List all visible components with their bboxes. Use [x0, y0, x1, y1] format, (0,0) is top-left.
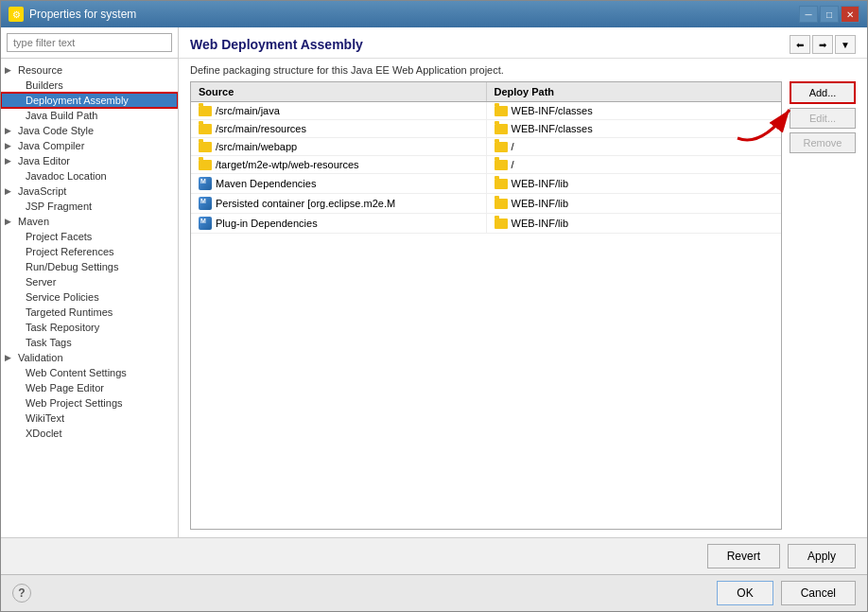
deployment-table: Source Deploy Path /src/main/java: [190, 81, 782, 530]
expand-icon: ▶: [5, 217, 14, 226]
nav-forward-button[interactable]: ➡: [812, 35, 833, 54]
source-cell: /src/main/resources: [191, 120, 487, 137]
minimize-button[interactable]: ─: [799, 6, 818, 23]
source-cell: /src/main/java: [191, 102, 487, 119]
sidebar-item-label: JSP Fragment: [26, 201, 92, 212]
sidebar-item-label: Javadoc Location: [26, 170, 107, 182]
deploy-cell: WEB-INF/lib: [487, 194, 782, 213]
revert-button[interactable]: Revert: [707, 544, 780, 568]
source-cell: Maven Dependencies: [191, 174, 487, 193]
source-value: Plug-in Dependencies: [216, 218, 318, 229]
panel-title: Web Deployment Assembly: [190, 37, 363, 52]
sidebar-item-label: Targeted Runtimes: [26, 306, 113, 318]
sidebar-item-java-code-style[interactable]: ▶ Java Code Style: [1, 123, 178, 138]
sidebar-item-label: Resource: [18, 64, 62, 76]
panel-body: Source Deploy Path /src/main/java: [179, 81, 867, 537]
apply-button[interactable]: Apply: [788, 544, 856, 568]
sidebar-item-service-policies[interactable]: Service Policies: [1, 289, 178, 305]
sidebar-item-label: Task Tags: [26, 337, 72, 348]
sidebar-item-label: Project Facets: [26, 231, 92, 242]
sidebar-item-label: Java Build Path: [26, 110, 97, 121]
panel-nav: ⬅ ➡ ▼: [790, 35, 856, 54]
sidebar-item-java-editor[interactable]: ▶ Java Editor: [1, 153, 178, 168]
nav-back-button[interactable]: ⬅: [790, 35, 810, 54]
title-bar: ⚙ Properties for system ─ □ ✕: [1, 1, 867, 27]
table-row[interactable]: /src/main/resources WEB-INF/classes: [191, 120, 781, 138]
sidebar-item-label: Builders: [26, 79, 63, 91]
table-row[interactable]: Persisted container [org.eclipse.m2e.M W…: [191, 194, 781, 214]
source-value: /src/main/webapp: [216, 141, 297, 152]
sidebar-item-java-compiler[interactable]: ▶ Java Compiler: [1, 138, 178, 153]
folder-icon: [495, 160, 508, 170]
content-area: ▶ Resource Builders Deployment Assembly …: [1, 27, 867, 611]
sidebar-item-validation[interactable]: ▶ Validation: [1, 350, 178, 365]
sidebar-item-jsp-fragment[interactable]: JSP Fragment: [1, 199, 178, 214]
add-button[interactable]: Add...: [790, 81, 856, 104]
sidebar-item-label: Server: [26, 276, 56, 288]
sidebar-item-resource[interactable]: ▶ Resource: [1, 62, 178, 78]
table-row[interactable]: Plug-in Dependencies WEB-INF/lib: [191, 214, 781, 234]
source-cell: Persisted container [org.eclipse.m2e.M: [191, 194, 487, 213]
sidebar-item-javascript[interactable]: ▶ JavaScript: [1, 184, 178, 199]
plugin-icon: [199, 217, 212, 230]
sidebar-item-task-repository[interactable]: Task Repository: [1, 320, 178, 335]
sidebar-item-label: Project References: [26, 246, 114, 257]
table-header: Source Deploy Path: [191, 82, 781, 102]
action-buttons: Add... Edit... Remove: [790, 81, 856, 530]
main-area: ▶ Resource Builders Deployment Assembly …: [1, 27, 867, 537]
sidebar-item-java-build-path[interactable]: Java Build Path: [1, 108, 178, 123]
right-panel: Web Deployment Assembly ⬅ ➡ ▼ Define pac…: [179, 27, 867, 537]
sidebar-item-web-page-editor[interactable]: Web Page Editor: [1, 380, 178, 395]
sidebar-item-server[interactable]: Server: [1, 274, 178, 289]
source-cell: /src/main/webapp: [191, 138, 487, 155]
sidebar-item-wikitext[interactable]: WikiText: [1, 411, 178, 426]
sidebar-item-xdoclet[interactable]: XDoclet: [1, 426, 178, 441]
source-value: Persisted container [org.eclipse.m2e.M: [216, 198, 395, 209]
folder-icon: [199, 142, 212, 152]
expand-icon: ▶: [5, 65, 14, 75]
sidebar-item-label: Web Page Editor: [26, 382, 104, 393]
table-row[interactable]: /target/m2e-wtp/web-resources /: [191, 156, 781, 174]
container-icon: [199, 197, 212, 210]
deploy-cell: WEB-INF/classes: [487, 120, 782, 137]
sidebar-item-label: Java Code Style: [18, 125, 94, 136]
table-row[interactable]: /src/main/webapp /: [191, 138, 781, 156]
cancel-button[interactable]: Cancel: [781, 581, 856, 605]
sidebar-item-targeted-runtimes[interactable]: Targeted Runtimes: [1, 305, 178, 320]
deploy-cell: WEB-INF/classes: [487, 102, 782, 119]
sidebar-item-label: JavaScript: [18, 185, 66, 197]
sidebar-item-label: Task Repository: [26, 322, 99, 333]
footer-bar: ? OK Cancel: [1, 574, 867, 611]
expand-icon: ▶: [5, 186, 14, 196]
sidebar-item-label: Java Compiler: [18, 140, 84, 151]
close-button[interactable]: ✕: [841, 6, 859, 23]
sidebar-item-deployment-assembly[interactable]: Deployment Assembly: [1, 93, 178, 108]
help-button[interactable]: ?: [12, 584, 31, 603]
deploy-value: WEB-INF/classes: [512, 123, 593, 134]
sidebar-item-project-references[interactable]: Project References: [1, 244, 178, 259]
filter-input[interactable]: [7, 33, 172, 52]
maximize-button[interactable]: □: [820, 6, 839, 23]
table-row[interactable]: Maven Dependencies WEB-INF/lib: [191, 174, 781, 194]
deploy-cell: /: [487, 138, 782, 155]
remove-button[interactable]: Remove: [790, 132, 856, 153]
sidebar-item-javadoc-location[interactable]: Javadoc Location: [1, 168, 178, 184]
sidebar-item-builders[interactable]: Builders: [1, 78, 178, 93]
sidebar-item-maven[interactable]: ▶ Maven: [1, 214, 178, 229]
maven-icon: [199, 177, 212, 190]
folder-icon: [199, 124, 212, 134]
nav-menu-button[interactable]: ▼: [835, 35, 856, 54]
sidebar-item-run-debug-settings[interactable]: Run/Debug Settings: [1, 259, 178, 274]
edit-button[interactable]: Edit...: [790, 108, 856, 129]
sidebar-item-web-content-settings[interactable]: Web Content Settings: [1, 365, 178, 380]
sidebar-item-web-project-settings[interactable]: Web Project Settings: [1, 395, 178, 411]
table-row[interactable]: /src/main/java WEB-INF/classes: [191, 102, 781, 120]
sidebar-item-label: Run/Debug Settings: [26, 261, 118, 272]
ok-button[interactable]: OK: [717, 581, 773, 605]
sidebar-item-label: Maven: [18, 216, 49, 227]
sidebar-item-project-facets[interactable]: Project Facets: [1, 229, 178, 244]
sidebar-item-label: Web Project Settings: [26, 397, 123, 409]
panel-header: Web Deployment Assembly ⬅ ➡ ▼: [179, 27, 867, 59]
sidebar-item-task-tags[interactable]: Task Tags: [1, 335, 178, 350]
deploy-value: /: [512, 141, 514, 152]
